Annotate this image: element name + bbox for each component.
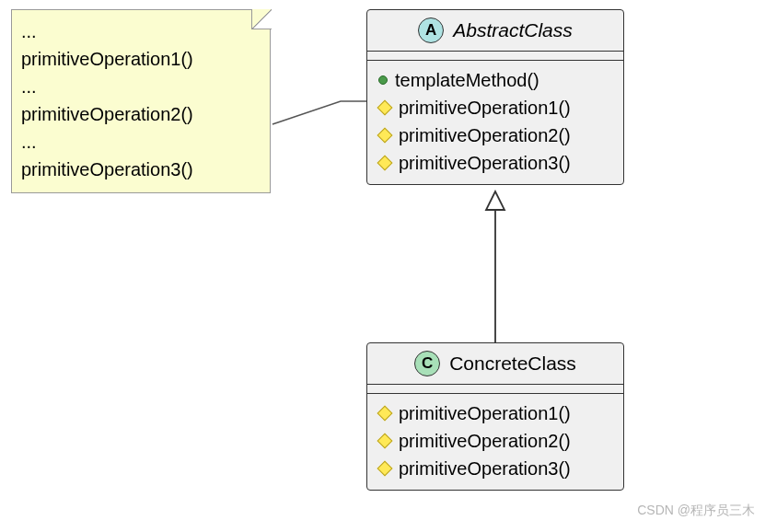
method-label: primitiveOperation2() — [399, 427, 571, 455]
method-label: primitiveOperation2() — [399, 121, 571, 149]
method-row: primitiveOperation1() — [378, 399, 612, 427]
method-row: primitiveOperation1() — [378, 94, 612, 121]
abstract-class-box: A AbstractClass templateMethod() primiti… — [366, 9, 624, 185]
class-methods: templateMethod() primitiveOperation1() p… — [367, 61, 623, 184]
abstract-stereotype-icon: A — [418, 17, 444, 43]
uml-note: ... primitiveOperation1() ... primitiveO… — [11, 9, 271, 193]
note-line: ... — [21, 17, 261, 45]
note-line: primitiveOperation1() — [21, 45, 261, 73]
method-label: primitiveOperation3() — [399, 149, 571, 177]
abstract-method-icon — [377, 461, 393, 477]
method-row: templateMethod() — [378, 66, 612, 94]
note-fold-icon — [251, 9, 272, 29]
method-row: primitiveOperation2() — [378, 427, 612, 455]
method-label: primitiveOperation1() — [399, 399, 571, 427]
concrete-stereotype-icon: C — [414, 351, 440, 376]
method-row: primitiveOperation3() — [378, 455, 612, 482]
generalization-arrowhead-icon — [486, 191, 504, 210]
concrete-class-box: C ConcreteClass primitiveOperation1() pr… — [366, 342, 624, 491]
class-attributes-empty — [367, 385, 623, 394]
class-name: AbstractClass — [453, 19, 573, 41]
class-attributes-empty — [367, 52, 623, 61]
watermark-text: CSDN @程序员三木 — [637, 503, 755, 519]
method-label: templateMethod() — [395, 66, 539, 94]
abstract-method-icon — [377, 128, 393, 144]
class-header: C ConcreteClass — [367, 343, 623, 385]
note-line: ... — [21, 128, 261, 156]
note-link-line — [273, 101, 366, 124]
method-label: primitiveOperation3() — [399, 455, 571, 482]
note-line: primitiveOperation3() — [21, 156, 261, 183]
public-method-icon — [378, 75, 388, 85]
abstract-method-icon — [377, 156, 393, 171]
note-line: primitiveOperation2() — [21, 100, 261, 128]
class-header: A AbstractClass — [367, 10, 623, 52]
method-row: primitiveOperation3() — [378, 149, 612, 177]
abstract-method-icon — [377, 406, 393, 422]
class-methods: primitiveOperation1() primitiveOperation… — [367, 394, 623, 490]
stereotype-letter: C — [422, 354, 433, 373]
abstract-method-icon — [377, 100, 393, 116]
method-label: primitiveOperation1() — [399, 94, 571, 121]
class-name: ConcreteClass — [449, 353, 576, 375]
abstract-method-icon — [377, 434, 393, 449]
note-line: ... — [21, 73, 261, 100]
stereotype-letter: A — [425, 21, 436, 40]
method-row: primitiveOperation2() — [378, 121, 612, 149]
